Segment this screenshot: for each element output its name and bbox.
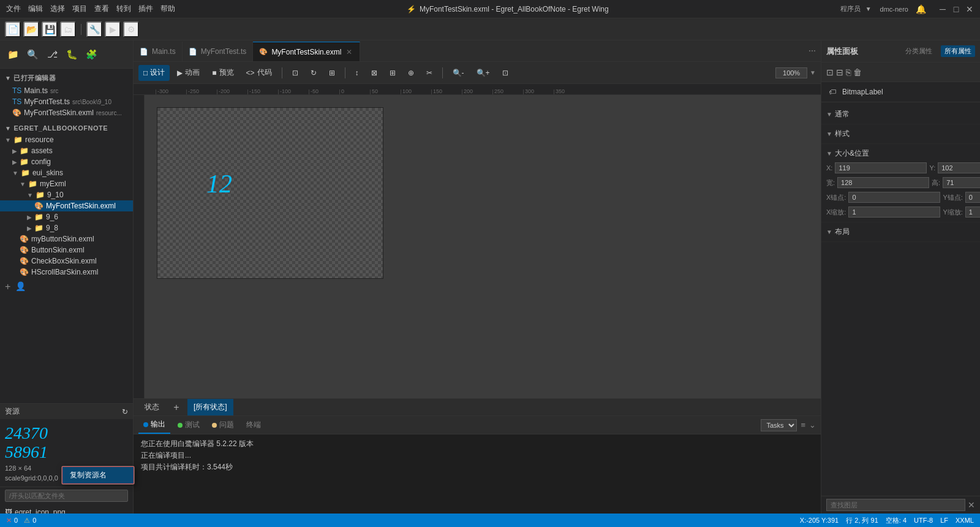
zoom-in-btn[interactable]: 🔍+ [472,65,495,81]
refresh-btn[interactable]: ↻ [306,65,322,81]
menu-edit[interactable]: 编辑 [28,4,43,14]
props-tab-all[interactable]: 所有属性 [941,45,975,57]
maximize-btn[interactable]: □ [952,5,960,13]
zoom-dropdown-icon[interactable]: ▼ [810,69,816,76]
tab-myfonttest-ts[interactable]: 📄 MyFontTest.ts [183,42,254,61]
menu-plugin[interactable]: 插件 [138,4,153,14]
user-action-btn[interactable]: 👤 [15,281,26,292]
extensions-icon[interactable]: 🧩 [83,47,99,63]
menu-goto[interactable]: 转到 [116,4,131,14]
resize-btn[interactable]: ⊞ [324,65,340,81]
tree-mybuttonskin[interactable]: 🎨 myButtonSkin.exml [0,233,133,245]
align-btn[interactable]: ⊠ [366,65,382,81]
tree-assets-folder[interactable]: ▶ 📁 assets [0,145,133,156]
tree-config-folder[interactable]: ▶ 📁 config [0,156,133,167]
animation-mode-btn[interactable]: ▶ 动画 [172,65,205,81]
zoom-fit-btn[interactable]: ⊡ [497,65,513,81]
tree-9-6-folder[interactable]: ▶ 📁 9_6 [0,211,133,222]
resources-refresh-btn[interactable]: ↻ [122,408,128,416]
tree-eui-skins-folder[interactable]: ▼ 📁 eui_skins [0,167,133,178]
tree-9-10-folder[interactable]: ▼ 📁 9_10 [0,189,133,200]
debug-icon[interactable]: 🐛 [64,47,80,63]
notification-icon[interactable]: 🔔 [916,4,926,14]
tree-myfonttestskin[interactable]: 🎨 MyFontTestSkin.exml [0,200,133,211]
output-filter-expand[interactable]: ⌄ [809,420,816,430]
xscale-input[interactable] [848,207,940,218]
run-btn[interactable]: ▶ [105,21,121,37]
new-file-btn[interactable]: 📄 [5,21,21,37]
menu-view[interactable]: 查看 [94,4,109,14]
menu-file[interactable]: 文件 [6,4,21,14]
debug-btn[interactable]: 🔧 [86,21,102,37]
output-tab-problems[interactable]: 问题 [207,416,239,434]
props-tab-category[interactable]: 分类属性 [902,45,936,57]
menu-help[interactable]: 帮助 [160,4,175,14]
tab-main-ts[interactable]: 📄 Main.ts [134,42,183,61]
status-tab-all[interactable]: [所有状态] [187,399,233,415]
props-tool-delete[interactable]: 🗑 [853,67,862,77]
status-add-btn[interactable]: + [170,401,183,414]
props-tool-1[interactable]: ⊡ [826,67,834,77]
scm-icon[interactable]: ⎇ [44,47,60,63]
tree-9-8-folder[interactable]: ▶ 📁 9_8 [0,222,133,233]
grid-btn[interactable]: ⊞ [385,65,401,81]
status-tab-state[interactable]: 状态 [138,399,165,415]
tree-resource-folder[interactable]: ▼ 📁 resource [0,134,133,145]
props-general-header[interactable]: ▼ 通常 [821,107,980,121]
output-tab-output[interactable]: 输出 [138,416,170,434]
props-tool-2[interactable]: ⊟ [836,67,843,77]
output-filter-icon[interactable]: ≡ [801,420,805,430]
res-egret-icon[interactable]: 🖼 egret_icon_png [0,507,133,514]
anchor-btn[interactable]: ⊕ [403,65,419,81]
select-tool-btn[interactable]: ⊡ [287,65,303,81]
props-tool-3[interactable]: ⎘ [846,67,851,77]
width-input[interactable] [837,177,929,188]
explorer-icon[interactable]: 📁 [5,47,21,63]
tree-buttonskin[interactable]: 🎨 ButtonSkin.exml [0,245,133,256]
preview-mode-btn[interactable]: ■ 预览 [207,65,238,81]
menu-project[interactable]: 项目 [72,4,87,14]
tree-checkboxskin[interactable]: 🎨 CheckBoxSkin.exml [0,256,133,267]
open-editor-skin-exml[interactable]: 🎨 MyFontTestSkin.exml resourc... [0,107,133,118]
add-item-btn[interactable]: + [5,281,10,292]
open-editors-header[interactable]: ▼ 已打开编辑器 [0,71,133,85]
height-input[interactable] [943,177,980,188]
role-dropdown-icon[interactable]: ▼ [865,6,872,12]
x-input[interactable] [835,162,927,173]
tab-skin-close[interactable]: ✕ [345,48,353,56]
props-size-header[interactable]: ▼ 大小&位置 [821,146,980,161]
layer-search-input[interactable] [826,499,965,511]
search-icon[interactable]: 🔍 [24,47,40,63]
layer-search-clear-btn[interactable]: ✕ [968,500,975,510]
menu-select[interactable]: 选择 [50,4,65,14]
output-filter-select[interactable]: Tasks [761,419,797,431]
tab-more-btn[interactable]: ⋯ [804,40,821,61]
window-controls[interactable]: 程序员 ▼ dmc-nero 🔔 ─ □ ✕ [840,4,974,14]
settings-btn[interactable]: ⚙ [123,21,139,37]
design-mode-btn[interactable]: □ 设计 [138,65,170,81]
yscale-input[interactable] [965,207,980,218]
menu-bar[interactable]: 文件 编辑 选择 项目 查看 转到 插件 帮助 [6,4,175,14]
context-menu-copy-resource[interactable]: 复制资源名 [62,466,134,484]
zoom-out-btn[interactable]: 🔍- [448,65,469,81]
canvas-viewport[interactable]: 12 [145,95,821,398]
tree-myexml-folder[interactable]: ▼ 📁 myExml [0,178,133,189]
xanchor-input[interactable] [848,192,940,203]
open-editor-main-ts[interactable]: TS Main.ts src [0,85,133,96]
move-btn[interactable]: ↕ [350,65,364,81]
props-layout-header[interactable]: ▼ 布局 [821,225,980,239]
tab-skin-exml[interactable]: 🎨 MyFontTestSkin.exml ✕ [253,42,360,61]
open-file-btn[interactable]: 📂 [23,21,39,37]
open-editor-myfonttest-ts[interactable]: TS MyFontTest.ts src\Book\9_10 [0,96,133,107]
project-tree-header[interactable]: ▼ EGRET_ALLBOOKOFNOTE [0,122,133,134]
output-tab-test[interactable]: 测试 [173,416,205,434]
props-style-header[interactable]: ▼ 样式 [821,127,980,141]
output-tab-terminal[interactable]: 终端 [241,416,266,434]
close-btn[interactable]: ✕ [965,5,974,13]
y-input[interactable] [938,162,980,173]
save-all-btn[interactable]: 🗂 [60,21,76,37]
minimize-btn[interactable]: ─ [938,5,947,13]
resources-search-input[interactable] [5,490,128,502]
crop-btn[interactable]: ✂ [421,65,437,81]
yanchor-input[interactable] [965,192,980,203]
